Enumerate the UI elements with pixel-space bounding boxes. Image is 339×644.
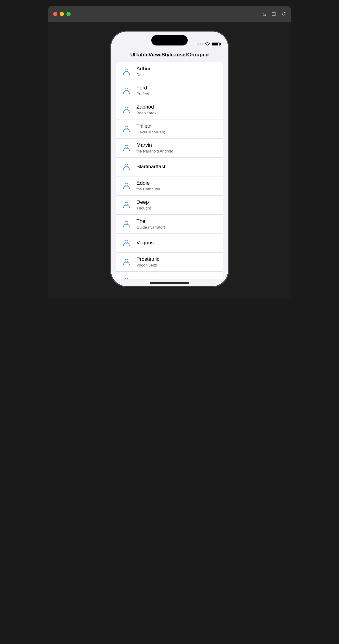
- table-row[interactable]: FordPrefect: [116, 81, 223, 100]
- row-primary-text: Slartibartfast: [136, 163, 218, 170]
- table-row[interactable]: ProstetnicVogon Jeltz: [116, 253, 223, 272]
- navigation-title: UITableView.Style.insetGrouped: [111, 49, 228, 62]
- simulator-toolbar: ⌂ ⊡ ↺: [263, 11, 286, 17]
- row-text: Trillian(Tricia McMillan): [136, 119, 218, 138]
- table-row[interactable]: Eddiethe Computer: [116, 176, 223, 196]
- person-icon: [121, 123, 132, 135]
- svg-point-11: [125, 278, 128, 279]
- table-container[interactable]: ArthurDent FordPrefect ZaphodBeeblebrox …: [111, 62, 228, 279]
- person-icon: [121, 161, 132, 173]
- phone-frame: UITableView.Style.insetGrouped ArthurDen…: [110, 31, 229, 287]
- row-primary-text: Deep: [136, 199, 218, 206]
- row-primary-text: Arthur: [136, 65, 218, 72]
- row-secondary-text: Prefect: [136, 92, 218, 97]
- row-text: FordPrefect: [136, 81, 218, 100]
- row-primary-text: Prostetnic: [136, 256, 218, 263]
- row-secondary-text: (Tricia McMillan): [136, 130, 218, 135]
- person-icon: [121, 142, 132, 154]
- signal-dot-2: [200, 43, 201, 45]
- row-text: Marvinthe Paranoid Android: [136, 139, 218, 157]
- phone-wrapper: UITableView.Style.insetGrouped ArthurDen…: [48, 22, 291, 299]
- table-row[interactable]: Fenchurch: [116, 272, 223, 279]
- row-text: Fenchurch: [136, 274, 218, 279]
- table-group: ArthurDent FordPrefect ZaphodBeeblebrox …: [116, 62, 223, 279]
- minimize-button[interactable]: [60, 12, 64, 16]
- table-row[interactable]: ArthurDent: [116, 62, 223, 81]
- battery-indicator: [212, 42, 220, 46]
- row-secondary-text: Guide (Narrator): [136, 225, 218, 230]
- screenshot-icon[interactable]: ⊡: [271, 11, 276, 17]
- row-primary-text: Vogons: [136, 240, 218, 246]
- table-row[interactable]: ZaphodBeeblebrox: [116, 100, 223, 119]
- row-text: Slartibartfast: [136, 160, 218, 173]
- person-icon: [121, 85, 132, 96]
- table-row[interactable]: Vogons: [116, 234, 223, 253]
- rotate-icon[interactable]: ↺: [281, 11, 286, 17]
- row-primary-text: Ford: [136, 85, 218, 91]
- row-text: TheGuide (Narrator): [136, 215, 218, 233]
- row-primary-text: The: [136, 218, 218, 225]
- person-icon: [121, 104, 132, 116]
- row-secondary-text: Dent: [136, 72, 218, 78]
- row-secondary-text: the Computer: [136, 187, 218, 192]
- person-icon: [121, 180, 132, 192]
- row-text: ProstetnicVogon Jeltz: [136, 253, 218, 271]
- row-text: ZaphodBeeblebrox: [136, 100, 218, 119]
- simulator-window: ⌂ ⊡ ↺: [48, 6, 291, 299]
- table-row[interactable]: TheGuide (Narrator): [116, 215, 223, 234]
- dynamic-island: [151, 35, 188, 45]
- table-row[interactable]: Marvinthe Paranoid Android: [116, 139, 223, 158]
- row-text: DeepThought: [136, 196, 218, 214]
- row-secondary-text: Beeblebrox: [136, 111, 218, 116]
- row-text: ArthurDent: [136, 62, 218, 81]
- table-row[interactable]: Trillian(Tricia McMillan): [116, 119, 223, 139]
- maximize-button[interactable]: [66, 12, 71, 16]
- status-bar: [111, 32, 228, 49]
- person-icon: [121, 199, 132, 211]
- person-icon: [121, 256, 132, 268]
- traffic-lights: [53, 12, 71, 16]
- simulator-titlebar: ⌂ ⊡ ↺: [48, 6, 291, 22]
- signal-dot-3: [202, 43, 203, 45]
- person-icon: [121, 237, 132, 249]
- person-icon: [121, 66, 132, 77]
- row-primary-text: Zaphod: [136, 104, 218, 110]
- person-icon: [121, 275, 132, 279]
- phone-screen: UITableView.Style.insetGrouped ArthurDen…: [111, 32, 228, 286]
- table-row[interactable]: Slartibartfast: [116, 158, 223, 176]
- row-secondary-text: the Paranoid Android: [136, 149, 218, 154]
- row-text: Eddiethe Computer: [136, 176, 218, 195]
- table-row[interactable]: DeepThought: [116, 196, 223, 215]
- wifi-icon: [205, 42, 210, 46]
- person-icon: [121, 218, 132, 230]
- row-primary-text: Marvin: [136, 142, 218, 149]
- row-text: Vogons: [136, 236, 218, 250]
- row-primary-text: Fenchurch: [136, 277, 218, 279]
- home-icon[interactable]: ⌂: [263, 11, 266, 17]
- row-primary-text: Eddie: [136, 180, 218, 186]
- home-indicator[interactable]: [150, 282, 189, 284]
- row-primary-text: Trillian: [136, 123, 218, 129]
- close-button[interactable]: [53, 12, 57, 16]
- signal-indicator: [197, 43, 203, 45]
- battery-fill: [212, 43, 218, 45]
- row-secondary-text: Vogon Jeltz: [136, 263, 218, 268]
- signal-dot-1: [197, 43, 199, 45]
- row-secondary-text: Thought: [136, 206, 218, 211]
